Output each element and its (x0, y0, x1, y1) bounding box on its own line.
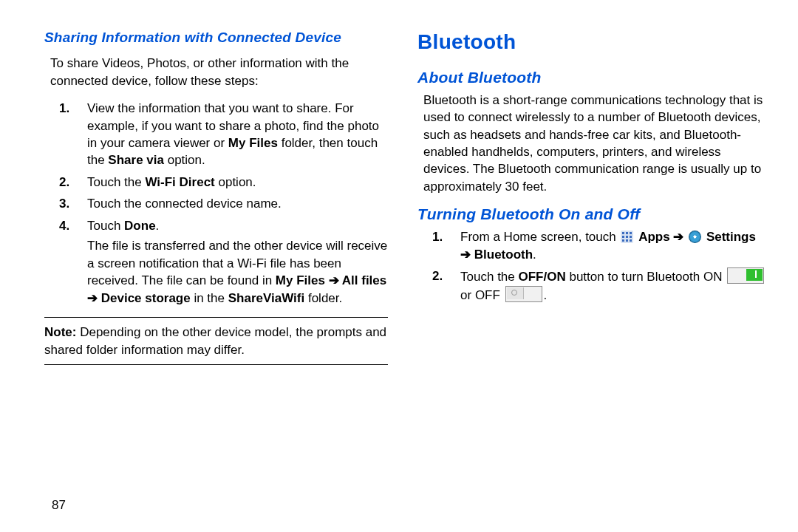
step-text: From a Home screen, touch Apps ➔ Setting… (460, 230, 756, 261)
step-number: 3. (59, 195, 69, 212)
step-text: View the information that you want to sh… (87, 101, 379, 167)
list-item: 3. Touch the connected device name. (44, 195, 388, 212)
step-continuation: The file is transferred and the other de… (87, 237, 388, 307)
left-column: Sharing Information with Connected Devic… (44, 28, 388, 532)
list-item: 2. Touch the OFF/ON button to turn Bluet… (417, 267, 768, 304)
step-number: 4. (59, 217, 69, 234)
step-text: Touch Done. (87, 219, 159, 233)
step-number: 2. (59, 174, 69, 191)
right-column: Bluetooth About Bluetooth Bluetooth is a… (417, 28, 768, 532)
about-paragraph: Bluetooth is a short-range communication… (423, 92, 768, 196)
step-number: 2. (432, 267, 443, 284)
step-number: 1. (432, 228, 443, 245)
list-item: 4. Touch Done. The file is transferred a… (44, 217, 388, 307)
step-text: Touch the OFF/ON button to turn Bluetoot… (460, 270, 765, 301)
section-heading-turning: Turning Bluetooth On and Off (417, 204, 768, 225)
note-paragraph: Note: Depending on the other device mode… (44, 324, 388, 358)
section-heading-about: About Bluetooth (417, 67, 768, 89)
sharing-steps-list: 1. View the information that you want to… (44, 100, 388, 307)
bluetooth-steps-list: 1. From a Home screen, touch Apps ➔ Sett… (417, 228, 768, 304)
divider (44, 364, 388, 365)
intro-paragraph: To share Videos, Photos, or other inform… (50, 55, 388, 89)
list-item: 2. Touch the Wi-Fi Direct option. (44, 174, 388, 191)
note-text: Depending on the other device model, the… (44, 325, 386, 356)
list-item: 1. From a Home screen, touch Apps ➔ Sett… (417, 228, 768, 263)
settings-icon (689, 231, 701, 243)
step-number: 1. (59, 100, 69, 117)
chapter-heading-bluetooth: Bluetooth (417, 28, 768, 57)
apps-icon (621, 231, 633, 243)
section-heading-sharing: Sharing Information with Connected Devic… (44, 28, 388, 47)
divider (44, 317, 388, 318)
note-label: Note: (44, 325, 76, 339)
page-number: 87 (52, 498, 66, 513)
toggle-on-icon (727, 267, 764, 284)
list-item: 1. View the information that you want to… (44, 100, 388, 169)
toggle-off-icon (505, 286, 542, 302)
step-text: Touch the Wi-Fi Direct option. (87, 175, 256, 189)
manual-page: Sharing Information with Connected Devic… (0, 0, 798, 532)
step-text: Touch the connected device name. (87, 197, 282, 211)
